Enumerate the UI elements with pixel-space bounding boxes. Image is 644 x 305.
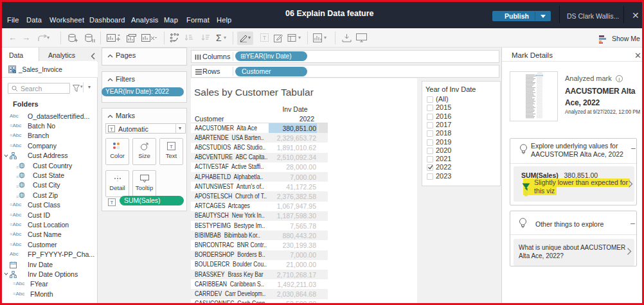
svg-text:T: T bbox=[170, 144, 173, 150]
